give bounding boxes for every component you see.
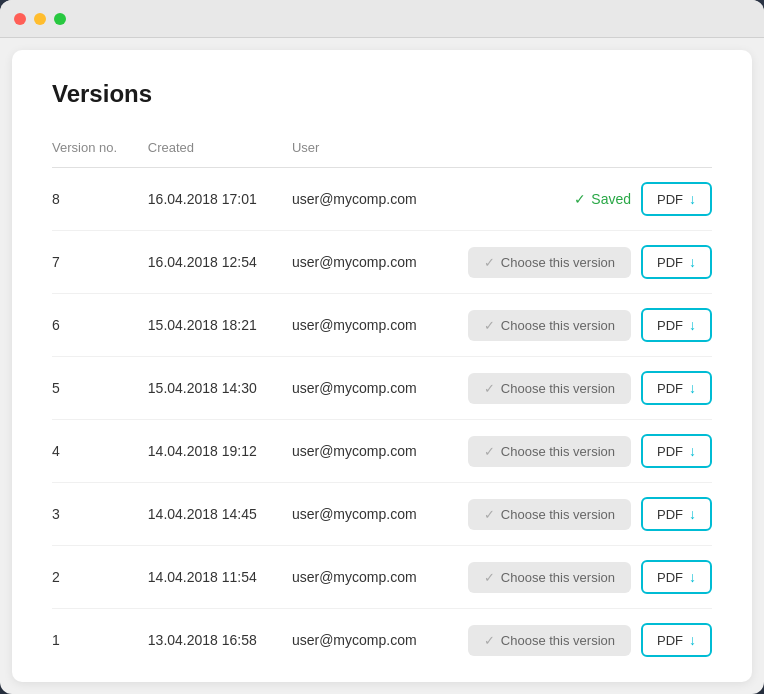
- download-icon: ↓: [689, 317, 696, 333]
- pdf-download-button[interactable]: PDF↓: [641, 182, 712, 216]
- pdf-download-button[interactable]: PDF↓: [641, 308, 712, 342]
- actions-cell: ✓Choose this versionPDF↓: [468, 483, 712, 546]
- maximize-button[interactable]: [54, 13, 66, 25]
- created-date: 15.04.2018 14:30: [148, 357, 292, 420]
- created-date: 15.04.2018 18:21: [148, 294, 292, 357]
- actions-cell: ✓Choose this versionPDF↓: [468, 546, 712, 609]
- pdf-label: PDF: [657, 570, 683, 585]
- check-icon: ✓: [484, 633, 495, 648]
- version-number: 2: [52, 546, 148, 609]
- pdf-download-button[interactable]: PDF↓: [641, 560, 712, 594]
- check-icon: ✓: [484, 318, 495, 333]
- check-icon: ✓: [484, 381, 495, 396]
- download-icon: ↓: [689, 254, 696, 270]
- table-header-row: Version no. Created User: [52, 132, 712, 168]
- created-date: 16.04.2018 17:01: [148, 168, 292, 231]
- created-date: 14.04.2018 11:54: [148, 546, 292, 609]
- table-row: 214.04.2018 11:54user@mycomp.com✓Choose …: [52, 546, 712, 609]
- pdf-download-button[interactable]: PDF↓: [641, 434, 712, 468]
- check-icon: ✓: [574, 191, 586, 207]
- table-row: 113.04.2018 16:58user@mycomp.com✓Choose …: [52, 609, 712, 672]
- download-icon: ↓: [689, 569, 696, 585]
- actions-cell: ✓Choose this versionPDF↓: [468, 231, 712, 294]
- download-icon: ↓: [689, 632, 696, 648]
- download-icon: ↓: [689, 191, 696, 207]
- pdf-download-button[interactable]: PDF↓: [641, 623, 712, 657]
- user-email: user@mycomp.com: [292, 294, 468, 357]
- actions-cell: ✓Choose this versionPDF↓: [468, 357, 712, 420]
- pdf-download-button[interactable]: PDF↓: [641, 245, 712, 279]
- pdf-label: PDF: [657, 192, 683, 207]
- created-date: 14.04.2018 14:45: [148, 483, 292, 546]
- table-row: 816.04.2018 17:01user@mycomp.com✓ SavedP…: [52, 168, 712, 231]
- main-content: Versions Version no. Created User 816.04…: [12, 50, 752, 682]
- check-icon: ✓: [484, 570, 495, 585]
- version-number: 4: [52, 420, 148, 483]
- col-header-created: Created: [148, 132, 292, 168]
- minimize-button[interactable]: [34, 13, 46, 25]
- user-email: user@mycomp.com: [292, 483, 468, 546]
- titlebar: [0, 0, 764, 38]
- pdf-label: PDF: [657, 444, 683, 459]
- pdf-label: PDF: [657, 381, 683, 396]
- table-row: 515.04.2018 14:30user@mycomp.com✓Choose …: [52, 357, 712, 420]
- version-number: 5: [52, 357, 148, 420]
- pdf-download-button[interactable]: PDF↓: [641, 497, 712, 531]
- version-number: 8: [52, 168, 148, 231]
- check-icon: ✓: [484, 255, 495, 270]
- actions-cell: ✓Choose this versionPDF↓: [468, 294, 712, 357]
- choose-version-button[interactable]: ✓Choose this version: [468, 310, 631, 341]
- pdf-download-button[interactable]: PDF↓: [641, 371, 712, 405]
- check-icon: ✓: [484, 507, 495, 522]
- choose-version-button[interactable]: ✓Choose this version: [468, 373, 631, 404]
- pdf-label: PDF: [657, 255, 683, 270]
- app-window: Versions Version no. Created User 816.04…: [0, 0, 764, 694]
- table-row: 615.04.2018 18:21user@mycomp.com✓Choose …: [52, 294, 712, 357]
- saved-badge: ✓ Saved: [574, 191, 631, 207]
- user-email: user@mycomp.com: [292, 231, 468, 294]
- version-number: 7: [52, 231, 148, 294]
- version-number: 6: [52, 294, 148, 357]
- table-row: 414.04.2018 19:12user@mycomp.com✓Choose …: [52, 420, 712, 483]
- pdf-label: PDF: [657, 507, 683, 522]
- actions-cell: ✓Choose this versionPDF↓: [468, 609, 712, 672]
- user-email: user@mycomp.com: [292, 168, 468, 231]
- user-email: user@mycomp.com: [292, 609, 468, 672]
- col-header-actions: [468, 132, 712, 168]
- choose-version-button[interactable]: ✓Choose this version: [468, 562, 631, 593]
- created-date: 16.04.2018 12:54: [148, 231, 292, 294]
- choose-version-button[interactable]: ✓Choose this version: [468, 436, 631, 467]
- close-button[interactable]: [14, 13, 26, 25]
- pdf-label: PDF: [657, 633, 683, 648]
- created-date: 13.04.2018 16:58: [148, 609, 292, 672]
- table-row: 716.04.2018 12:54user@mycomp.com✓Choose …: [52, 231, 712, 294]
- user-email: user@mycomp.com: [292, 546, 468, 609]
- check-icon: ✓: [484, 444, 495, 459]
- user-email: user@mycomp.com: [292, 357, 468, 420]
- col-header-user: User: [292, 132, 468, 168]
- choose-version-button[interactable]: ✓Choose this version: [468, 625, 631, 656]
- actions-cell: ✓ SavedPDF↓: [468, 168, 712, 231]
- user-email: user@mycomp.com: [292, 420, 468, 483]
- download-icon: ↓: [689, 380, 696, 396]
- created-date: 14.04.2018 19:12: [148, 420, 292, 483]
- table-row: 314.04.2018 14:45user@mycomp.com✓Choose …: [52, 483, 712, 546]
- versions-table: Version no. Created User 816.04.2018 17:…: [52, 132, 712, 671]
- pdf-label: PDF: [657, 318, 683, 333]
- download-icon: ↓: [689, 443, 696, 459]
- page-title: Versions: [52, 80, 712, 108]
- download-icon: ↓: [689, 506, 696, 522]
- choose-version-button[interactable]: ✓Choose this version: [468, 247, 631, 278]
- actions-cell: ✓Choose this versionPDF↓: [468, 420, 712, 483]
- version-number: 1: [52, 609, 148, 672]
- choose-version-button[interactable]: ✓Choose this version: [468, 499, 631, 530]
- version-number: 3: [52, 483, 148, 546]
- col-header-version: Version no.: [52, 132, 148, 168]
